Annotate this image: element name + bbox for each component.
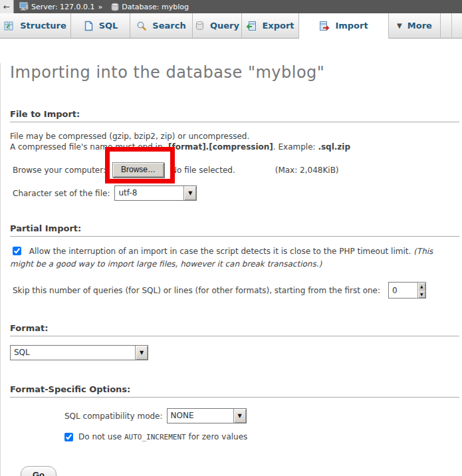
dropdown-arrow-icon: ▼ [183, 186, 196, 200]
tab-label: SQL [99, 21, 118, 31]
tab-label: Import [335, 21, 368, 31]
skip-queries-stepper[interactable]: ▲ ▼ [388, 282, 426, 298]
auto-increment-checkbox[interactable] [64, 433, 73, 441]
search-icon [136, 21, 147, 31]
skip-queries-input[interactable] [389, 283, 417, 298]
charset-row: Character set of the file: utf-8 ▼ [13, 185, 462, 201]
auto-increment-row: Do not use AUTO_INCREMENT for zero value… [62, 432, 462, 441]
tab-structure[interactable]: Structure [0, 13, 71, 39]
import-icon [319, 21, 330, 31]
charset-label: Character set of the file: [13, 189, 110, 198]
go-button[interactable]: Go [21, 466, 57, 476]
auto-increment-text: Do not use AUTO_INCREMENT for zero value… [78, 432, 247, 441]
browse-button[interactable]: Browse… [112, 162, 164, 178]
max-size-note: (Max: 2,048KiB) [275, 166, 339, 175]
stepper-down-button[interactable]: ▼ [418, 291, 425, 298]
skip-queries-label: Skip this number of queries (for SQL) or… [13, 286, 380, 295]
tab-label: Export [262, 21, 294, 31]
interrupt-checkbox[interactable] [13, 247, 21, 255]
browse-label: Browse your computer: [13, 166, 106, 175]
tab-import[interactable]: Import [299, 13, 389, 39]
help-format-pattern: .[format].[compression] [165, 142, 273, 152]
browse-row: Browse your computer: Browse… No file se… [13, 162, 462, 178]
breadcrumb-separator: » [98, 3, 103, 11]
back-arrow-button[interactable]: ← [0, 0, 14, 13]
page-title: Importing into the database "myblog" [10, 63, 462, 82]
stepper-up-button[interactable]: ▲ [418, 283, 425, 291]
tab-label: More [407, 21, 432, 31]
tab-bar-filler [441, 13, 452, 39]
format-select-value: SQL [11, 346, 34, 360]
sql-compatibility-value: NONE [168, 409, 198, 423]
breadcrumb-server[interactable]: Server: 127.0.0.1 [31, 3, 95, 11]
breadcrumb-database[interactable]: Database: myblog [122, 3, 189, 11]
tab-query[interactable]: Query [193, 13, 242, 39]
help-line2-prefix: A compressed file's name must end in [10, 142, 165, 152]
section-heading-format: Format: [10, 323, 459, 336]
tab-search[interactable]: Search [130, 13, 193, 39]
no-file-selected-text: No file selected. [171, 166, 235, 175]
interrupt-checkbox-row: Allow the interruption of an import in c… [10, 245, 457, 271]
sql-icon [83, 21, 94, 31]
interrupt-checkbox-text: Allow the interruption of an import in c… [29, 247, 413, 256]
file-import-help-text: File may be compressed (gzip, bzip2, zip… [10, 131, 459, 152]
server-icon [19, 2, 29, 11]
auto-increment-suffix: for zero values [186, 432, 248, 441]
help-line2-mid: . Example: [273, 142, 318, 152]
stepper-buttons: ▲ ▼ [417, 283, 425, 298]
tab-bar-filler [452, 13, 462, 39]
sql-compatibility-row: SQL compatibility mode: NONE ▼ [64, 408, 462, 423]
charset-select[interactable]: utf-8 ▼ [114, 185, 197, 201]
breadcrumb: ← Server: 127.0.0.1 » Database: myblog [0, 0, 462, 13]
sql-compatibility-select[interactable]: NONE ▼ [167, 408, 247, 423]
main-content: Importing into the database "myblog" Fil… [0, 63, 462, 476]
database-icon [111, 3, 119, 11]
export-icon [246, 21, 257, 31]
query-icon [195, 21, 205, 31]
tab-more[interactable]: ▼ More [389, 13, 441, 39]
tab-label: Query [210, 21, 239, 31]
skip-queries-row: Skip this number of queries (for SQL) or… [13, 282, 462, 298]
charset-select-value: utf-8 [115, 186, 141, 200]
auto-increment-code: AUTO_INCREMENT [124, 433, 186, 441]
dropdown-arrow-icon: ▼ [233, 409, 246, 423]
structure-icon [4, 21, 15, 31]
help-line1: File may be compressed (gzip, bzip2, zip… [10, 132, 249, 141]
help-example: .sql.zip [318, 142, 350, 152]
dropdown-arrow-icon: ▼ [135, 346, 148, 360]
format-select[interactable]: SQL ▼ [10, 345, 148, 360]
auto-increment-prefix: Do not use [78, 432, 124, 441]
section-heading-partial-import: Partial Import: [10, 223, 459, 237]
tab-label: Structure [20, 21, 66, 31]
tab-label: Search [152, 21, 185, 31]
tab-sql[interactable]: SQL [71, 13, 130, 39]
section-heading-format-options: Format-Specific Options: [10, 384, 459, 398]
chevron-down-icon: ▼ [397, 22, 402, 29]
section-heading-file-to-import: File to Import: [10, 109, 459, 122]
tab-export[interactable]: Export [242, 13, 299, 39]
tab-bar: Structure SQL Search Query [0, 13, 462, 39]
sql-compatibility-label: SQL compatibility mode: [64, 412, 163, 421]
